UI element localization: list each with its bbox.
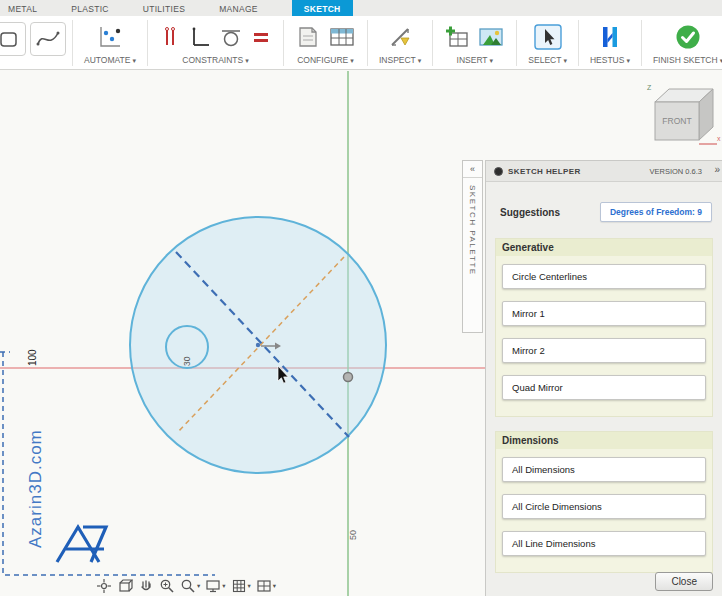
select-button[interactable] (533, 23, 563, 51)
pan-center-icon (96, 578, 112, 594)
all-circle-dimensions-button[interactable]: All Circle Dimensions (502, 494, 706, 519)
toolbar-separator (147, 20, 148, 66)
measure-icon (387, 24, 413, 50)
finish-sketch-group: FINISH SKETCH▾ (646, 16, 722, 65)
sketch-palette-label: SKETCH PALETTE (468, 185, 477, 276)
configuration-button[interactable] (295, 24, 321, 50)
dimensions-section-title: Dimensions (496, 432, 712, 449)
palette-collapse-button[interactable]: « (463, 161, 482, 178)
insert-canvas-button[interactable] (477, 24, 505, 50)
zoom-window-button[interactable]: ▾ (180, 578, 200, 594)
tangent-constraint-button[interactable] (219, 25, 243, 49)
configure-group: CONFIGURE▾ (288, 16, 363, 65)
toolbar-separator (432, 20, 433, 66)
toolbar-separator (516, 20, 517, 66)
perpendicular-constraint-button[interactable] (188, 25, 212, 49)
rectangle-tool-icon (0, 27, 20, 51)
insert-canvas-icon (477, 24, 505, 50)
toolbar-separator (283, 20, 284, 66)
configure-label[interactable]: CONFIGURE▾ (297, 55, 354, 65)
view-cube-x-label: x (717, 135, 721, 142)
dimensions-section: Dimensions All Dimensions All Circle Dim… (495, 431, 713, 573)
chevron-down-icon: ▾ (626, 57, 630, 64)
spline-tool-button[interactable] (30, 22, 66, 56)
chevron-down-icon: ▾ (248, 582, 251, 590)
hestus-logo-icon (597, 24, 623, 50)
automate-button[interactable] (96, 23, 124, 51)
panel-expand-button[interactable]: » (714, 164, 720, 175)
degrees-of-freedom-button[interactable]: Degrees of Freedom: 9 (600, 202, 712, 222)
tab-plastic[interactable]: PLASTIC (71, 0, 109, 16)
insert-label[interactable]: INSERT▾ (457, 55, 494, 65)
all-dimensions-button[interactable]: All Dimensions (502, 457, 706, 482)
circle-center-point[interactable] (256, 343, 260, 347)
dimension-100[interactable]: 100 (27, 349, 38, 366)
select-label[interactable]: SELECT▾ (528, 55, 567, 65)
insert-component-button[interactable] (444, 24, 470, 50)
chevron-down-icon: ▾ (273, 582, 276, 590)
insert-group: INSERT▾ (437, 16, 512, 65)
sketch-palette-strip: « SKETCH PALETTE (462, 160, 483, 333)
tab-utilities[interactable]: UTILITIES (143, 0, 185, 16)
origin-point[interactable] (344, 373, 353, 382)
watermark-text: Azarin3D.com (26, 429, 45, 548)
zoom-window-icon (180, 578, 196, 594)
select-group: SELECT▾ (521, 16, 574, 65)
pan-center-button[interactable] (96, 578, 112, 594)
dimension-30[interactable]: 30 (182, 356, 192, 366)
rectangle-tool-button[interactable] (0, 22, 26, 56)
spline-tool-icon (35, 27, 61, 51)
hestus-button[interactable] (597, 24, 623, 50)
main-toolbar: AUTOMATE▾ (0, 16, 722, 70)
finish-sketch-label[interactable]: FINISH SKETCH▾ (653, 55, 722, 65)
vertical-constraint-button[interactable] (159, 25, 181, 49)
hestus-label[interactable]: HESTUS▾ (590, 55, 630, 65)
view-cube[interactable]: FRONT Z x (645, 80, 722, 148)
vertical-constraint-icon (159, 25, 181, 49)
chevron-down-icon: ▾ (132, 57, 136, 64)
toolbar-separator (72, 20, 73, 66)
chevron-down-icon: ▾ (222, 582, 225, 590)
navigation-bar: ▾ ▾ ▾ ▾ (96, 577, 276, 595)
grid-settings-button[interactable]: ▾ (231, 578, 251, 594)
all-line-dimensions-button[interactable]: All Line Dimensions (502, 531, 706, 556)
constraints-group: CONSTRAINTS▾ (152, 16, 279, 65)
inspect-group: INSPECT▾ (372, 16, 428, 65)
constraints-label[interactable]: CONSTRAINTS▾ (182, 55, 248, 65)
equal-constraint-button[interactable] (250, 25, 272, 49)
sketch-helper-panel: SKETCH HELPER VERSION 0.6.3 » Suggestion… (485, 160, 722, 596)
sketch-helper-version: VERSION 0.6.3 (649, 167, 702, 176)
display-settings-button[interactable]: ▾ (205, 578, 225, 594)
tab-manage[interactable]: MANAGE (219, 0, 258, 16)
quad-mirror-button[interactable]: Quad Mirror (502, 375, 706, 400)
dimension-50[interactable]: 50 (348, 530, 358, 540)
view-cube-front-label: FRONT (662, 116, 691, 126)
orbit-button[interactable] (117, 578, 133, 594)
generative-section: Generative Circle Centerlines Mirror 1 M… (495, 238, 713, 417)
select-cursor-icon (533, 23, 563, 51)
pan-hand-button[interactable] (138, 578, 154, 594)
config-table-button[interactable] (328, 24, 356, 50)
equal-constraint-icon (250, 25, 272, 49)
mirror-2-button[interactable]: Mirror 2 (502, 338, 706, 363)
sketch-helper-header: SKETCH HELPER VERSION 0.6.3 » (486, 161, 722, 182)
viewports-icon (256, 578, 272, 594)
inspect-label[interactable]: INSPECT▾ (379, 55, 421, 65)
suggestions-label: Suggestions (500, 207, 560, 218)
tab-metal[interactable]: METAL (8, 0, 37, 16)
automate-label[interactable]: AUTOMATE▾ (84, 55, 136, 65)
tangent-constraint-icon (219, 25, 243, 49)
tab-sketch[interactable]: SKETCH (292, 0, 353, 16)
automate-group: AUTOMATE▾ (77, 16, 143, 65)
circle-centerlines-button[interactable]: Circle Centerlines (502, 264, 706, 289)
close-button[interactable]: Close (655, 572, 713, 591)
finish-sketch-button[interactable] (674, 23, 702, 51)
ribbon-tab-bar: METAL PLASTIC UTILITIES MANAGE SKETCH (0, 0, 722, 16)
mirror-1-button[interactable]: Mirror 1 (502, 301, 706, 326)
orbit-icon (117, 578, 133, 594)
viewports-button[interactable]: ▾ (256, 578, 276, 594)
measure-button[interactable] (387, 24, 413, 50)
insert-component-icon (444, 24, 470, 50)
chevron-down-icon: ▾ (245, 57, 249, 64)
zoom-button[interactable] (159, 578, 175, 594)
